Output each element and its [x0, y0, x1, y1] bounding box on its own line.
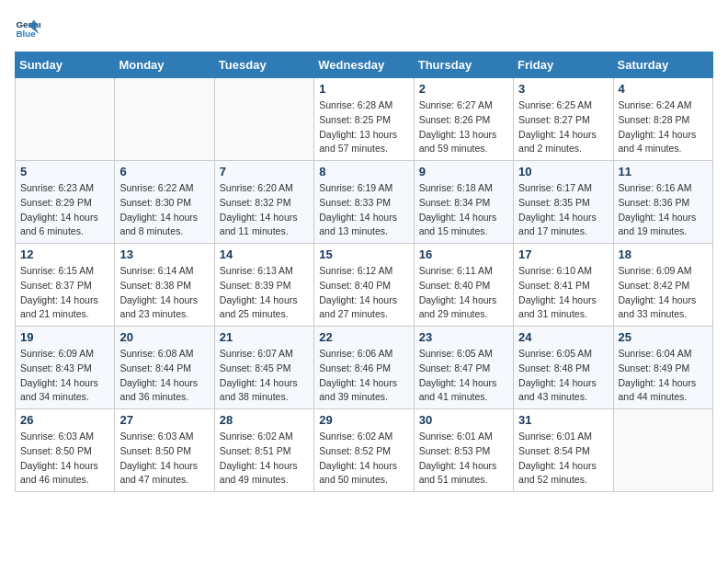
day-number: 21 [220, 330, 309, 344]
day-number: 17 [518, 247, 608, 261]
calendar-cell [115, 78, 214, 161]
page-header: General Blue [15, 15, 713, 40]
day-info: Sunrise: 6:08 AMSunset: 8:44 PMDaylight:… [119, 347, 209, 405]
logo: General Blue [15, 15, 40, 40]
day-of-week-header: Sunday [16, 52, 115, 78]
day-number: 22 [319, 330, 408, 344]
day-info: Sunrise: 6:03 AMSunset: 8:50 PMDaylight:… [119, 430, 209, 488]
calendar-cell: 10Sunrise: 6:17 AMSunset: 8:35 PMDayligh… [514, 161, 613, 244]
day-number: 1 [319, 82, 408, 96]
day-number: 11 [619, 165, 708, 178]
day-info: Sunrise: 6:18 AMSunset: 8:34 PMDaylight:… [419, 181, 508, 239]
logo-icon: General Blue [15, 15, 40, 40]
day-info: Sunrise: 6:11 AMSunset: 8:40 PMDaylight:… [419, 264, 508, 322]
day-number: 6 [119, 165, 209, 178]
day-number: 30 [419, 413, 508, 427]
calendar-cell: 12Sunrise: 6:15 AMSunset: 8:37 PMDayligh… [16, 244, 115, 327]
calendar-cell: 22Sunrise: 6:06 AMSunset: 8:46 PMDayligh… [314, 327, 414, 409]
day-info: Sunrise: 6:10 AMSunset: 8:41 PMDaylight:… [518, 264, 608, 322]
day-info: Sunrise: 6:03 AMSunset: 8:50 PMDaylight:… [20, 430, 109, 488]
calendar-cell: 27Sunrise: 6:03 AMSunset: 8:50 PMDayligh… [115, 409, 214, 492]
calendar-cell: 3Sunrise: 6:25 AMSunset: 8:27 PMDaylight… [514, 78, 613, 161]
day-info: Sunrise: 6:05 AMSunset: 8:47 PMDaylight:… [419, 347, 508, 405]
day-number: 25 [619, 330, 708, 344]
day-info: Sunrise: 6:06 AMSunset: 8:46 PMDaylight:… [319, 347, 408, 405]
day-of-week-header: Monday [115, 52, 214, 78]
calendar-cell: 26Sunrise: 6:03 AMSunset: 8:50 PMDayligh… [16, 409, 115, 492]
day-number: 24 [518, 330, 608, 344]
day-number: 12 [20, 247, 109, 261]
calendar-cell: 5Sunrise: 6:23 AMSunset: 8:29 PMDaylight… [16, 161, 115, 244]
day-info: Sunrise: 6:13 AMSunset: 8:39 PMDaylight:… [220, 264, 309, 322]
day-number: 13 [119, 247, 209, 261]
day-number: 29 [319, 413, 408, 427]
day-info: Sunrise: 6:16 AMSunset: 8:36 PMDaylight:… [619, 181, 708, 239]
calendar-cell: 15Sunrise: 6:12 AMSunset: 8:40 PMDayligh… [314, 244, 414, 327]
calendar-cell: 29Sunrise: 6:02 AMSunset: 8:52 PMDayligh… [314, 409, 414, 492]
calendar-week-row: 19Sunrise: 6:09 AMSunset: 8:43 PMDayligh… [16, 327, 713, 409]
calendar-cell: 11Sunrise: 6:16 AMSunset: 8:36 PMDayligh… [613, 161, 712, 244]
calendar-cell [613, 409, 712, 492]
day-info: Sunrise: 6:07 AMSunset: 8:45 PMDaylight:… [220, 347, 309, 405]
day-info: Sunrise: 6:02 AMSunset: 8:51 PMDaylight:… [220, 430, 309, 488]
day-info: Sunrise: 6:20 AMSunset: 8:32 PMDaylight:… [220, 181, 309, 239]
day-info: Sunrise: 6:22 AMSunset: 8:30 PMDaylight:… [119, 181, 209, 239]
calendar-cell: 17Sunrise: 6:10 AMSunset: 8:41 PMDayligh… [514, 244, 613, 327]
day-number: 18 [619, 247, 708, 261]
day-number: 9 [419, 165, 508, 178]
day-info: Sunrise: 6:27 AMSunset: 8:26 PMDaylight:… [419, 98, 508, 156]
calendar-cell: 7Sunrise: 6:20 AMSunset: 8:32 PMDaylight… [214, 161, 313, 244]
day-info: Sunrise: 6:09 AMSunset: 8:42 PMDaylight:… [619, 264, 708, 322]
calendar-cell: 25Sunrise: 6:04 AMSunset: 8:49 PMDayligh… [613, 327, 712, 409]
day-number: 14 [220, 247, 309, 261]
day-of-week-header: Wednesday [314, 52, 414, 78]
calendar-week-row: 12Sunrise: 6:15 AMSunset: 8:37 PMDayligh… [16, 244, 713, 327]
day-of-week-header: Saturday [613, 52, 712, 78]
calendar-cell: 21Sunrise: 6:07 AMSunset: 8:45 PMDayligh… [214, 327, 313, 409]
day-number: 20 [119, 330, 209, 344]
calendar-cell: 18Sunrise: 6:09 AMSunset: 8:42 PMDayligh… [613, 244, 712, 327]
day-number: 3 [518, 82, 608, 96]
day-of-week-header: Tuesday [214, 52, 313, 78]
calendar-cell: 13Sunrise: 6:14 AMSunset: 8:38 PMDayligh… [115, 244, 214, 327]
day-of-week-header: Friday [514, 52, 613, 78]
calendar-cell: 4Sunrise: 6:24 AMSunset: 8:28 PMDaylight… [613, 78, 712, 161]
day-number: 8 [319, 165, 408, 178]
day-info: Sunrise: 6:17 AMSunset: 8:35 PMDaylight:… [518, 181, 608, 239]
calendar-cell: 23Sunrise: 6:05 AMSunset: 8:47 PMDayligh… [414, 327, 513, 409]
calendar-cell: 2Sunrise: 6:27 AMSunset: 8:26 PMDaylight… [414, 78, 513, 161]
day-info: Sunrise: 6:15 AMSunset: 8:37 PMDaylight:… [20, 264, 109, 322]
day-info: Sunrise: 6:14 AMSunset: 8:38 PMDaylight:… [119, 264, 209, 322]
calendar-cell: 31Sunrise: 6:01 AMSunset: 8:54 PMDayligh… [514, 409, 613, 492]
calendar-cell: 1Sunrise: 6:28 AMSunset: 8:25 PMDaylight… [314, 78, 414, 161]
day-number: 31 [518, 413, 608, 427]
day-info: Sunrise: 6:09 AMSunset: 8:43 PMDaylight:… [20, 347, 109, 405]
day-number: 26 [20, 413, 109, 427]
day-number: 23 [419, 330, 508, 344]
day-number: 15 [319, 247, 408, 261]
calendar-cell: 14Sunrise: 6:13 AMSunset: 8:39 PMDayligh… [214, 244, 313, 327]
calendar-cell: 6Sunrise: 6:22 AMSunset: 8:30 PMDaylight… [115, 161, 214, 244]
day-number: 2 [419, 82, 508, 96]
day-info: Sunrise: 6:19 AMSunset: 8:33 PMDaylight:… [319, 181, 408, 239]
calendar-cell [214, 78, 313, 161]
day-info: Sunrise: 6:25 AMSunset: 8:27 PMDaylight:… [518, 98, 608, 156]
day-of-week-header: Thursday [414, 52, 513, 78]
calendar-cell: 9Sunrise: 6:18 AMSunset: 8:34 PMDaylight… [414, 161, 513, 244]
calendar-table: SundayMondayTuesdayWednesdayThursdayFrid… [15, 52, 713, 492]
calendar-header-row: SundayMondayTuesdayWednesdayThursdayFrid… [16, 52, 713, 78]
day-info: Sunrise: 6:28 AMSunset: 8:25 PMDaylight:… [319, 98, 408, 156]
calendar-cell: 20Sunrise: 6:08 AMSunset: 8:44 PMDayligh… [115, 327, 214, 409]
day-number: 4 [619, 82, 708, 96]
calendar-cell: 8Sunrise: 6:19 AMSunset: 8:33 PMDaylight… [314, 161, 414, 244]
day-info: Sunrise: 6:05 AMSunset: 8:48 PMDaylight:… [518, 347, 608, 405]
day-info: Sunrise: 6:01 AMSunset: 8:53 PMDaylight:… [419, 430, 508, 488]
day-info: Sunrise: 6:24 AMSunset: 8:28 PMDaylight:… [619, 98, 708, 156]
calendar-week-row: 1Sunrise: 6:28 AMSunset: 8:25 PMDaylight… [16, 78, 713, 161]
calendar-week-row: 26Sunrise: 6:03 AMSunset: 8:50 PMDayligh… [16, 409, 713, 492]
day-number: 10 [518, 165, 608, 178]
day-number: 19 [20, 330, 109, 344]
calendar-cell [16, 78, 115, 161]
day-number: 5 [20, 165, 109, 178]
day-number: 7 [220, 165, 309, 178]
